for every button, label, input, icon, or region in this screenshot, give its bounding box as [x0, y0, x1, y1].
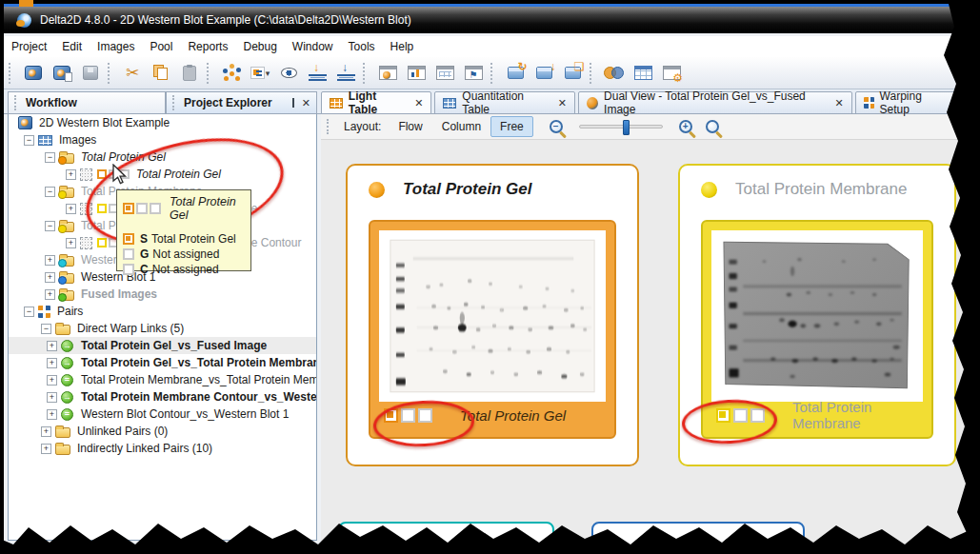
- menu-images[interactable]: Images: [90, 36, 142, 57]
- menu-window[interactable]: Window: [285, 36, 341, 57]
- export-images-icon[interactable]: ❏: [559, 60, 586, 86]
- tab-project-explorer[interactable]: Project Explorer ✕: [166, 91, 317, 114]
- toolbar-grip[interactable]: [207, 63, 214, 84]
- tree-item-label[interactable]: Total Protein Membrane Contour_vs_Wester…: [81, 390, 317, 404]
- zoom-in-icon[interactable]: +: [679, 120, 692, 133]
- tree-item-label[interactable]: Pairs: [57, 305, 83, 318]
- open-project-icon[interactable]: [49, 60, 75, 86]
- gel-panel-title: W: [386, 535, 399, 551]
- expander-icon[interactable]: [47, 409, 57, 420]
- expander-icon[interactable]: [41, 444, 51, 454]
- report-window-icon[interactable]: ⚑: [460, 60, 487, 86]
- expander-icon[interactable]: [66, 169, 76, 180]
- zoom-out-icon[interactable]: −: [550, 120, 563, 133]
- expander-icon[interactable]: [66, 204, 76, 214]
- tab-workflow[interactable]: Workflow: [8, 91, 166, 114]
- compare-images-icon[interactable]: [601, 60, 628, 86]
- expander-icon[interactable]: [41, 426, 51, 437]
- tooltip-header: Total Protein Gel: [123, 195, 245, 222]
- edit-spots-icon[interactable]: ▾: [247, 60, 273, 86]
- expander-icon[interactable]: [45, 255, 55, 266]
- menu-edit[interactable]: Edit: [54, 36, 90, 57]
- tree-item-label[interactable]: Images: [59, 133, 96, 147]
- expander-icon[interactable]: [24, 307, 34, 317]
- import-stack-icon[interactable]: ↓: [332, 60, 359, 86]
- toolbar-grip[interactable]: [9, 63, 16, 84]
- tree-item-label[interactable]: Fused Images: [81, 287, 157, 301]
- tree-item-label[interactable]: Total Protein Gel_vs_Fused Image: [81, 339, 267, 352]
- gel-image-total-protein-membrane[interactable]: [711, 230, 923, 402]
- main-toolbar: ✂ ▾ ↓ ↓ ⚑ ↻ ↓ ❏ ⚙: [4, 57, 971, 89]
- menu-reports[interactable]: Reports: [180, 36, 235, 57]
- menu-pool[interactable]: Pool: [142, 36, 180, 57]
- expander-icon[interactable]: [47, 375, 57, 386]
- tree-item-label[interactable]: Western Blot Contour_vs_Western Blot 1: [81, 407, 289, 421]
- tree-item-label[interactable]: Unlinked Pairs (0): [77, 425, 168, 438]
- expander-icon[interactable]: [45, 152, 55, 163]
- gel-panel-partial-blue[interactable]: [591, 522, 805, 554]
- light-table-tab-label: Light Table: [349, 89, 403, 116]
- collapse-panel-icon[interactable]: [285, 98, 296, 108]
- close-tab-icon[interactable]: ✕: [558, 97, 567, 109]
- save-project-icon[interactable]: [77, 60, 104, 86]
- expander-icon[interactable]: [45, 187, 55, 197]
- quantitation-table-icon[interactable]: [630, 60, 656, 86]
- tab-dual-view[interactable]: Dual View - Total Protein Gel_vs_Fused I…: [578, 91, 852, 114]
- zoom-slider[interactable]: [579, 125, 663, 129]
- expander-icon[interactable]: [24, 135, 34, 146]
- new-project-icon[interactable]: [20, 60, 47, 86]
- tab-warping-setup[interactable]: Warping Setup ✕: [855, 91, 977, 114]
- toolbar-grip[interactable]: [363, 63, 370, 84]
- table-window-icon[interactable]: [431, 60, 458, 86]
- proteome-tooltip: Total Protein Gel S Total Protein Gel G …: [116, 189, 251, 271]
- toolbar-grip[interactable]: [490, 63, 498, 84]
- copy-icon[interactable]: [148, 60, 174, 86]
- tab-light-table[interactable]: Light Table ✕: [321, 91, 431, 114]
- export-stack-icon[interactable]: ↓: [304, 60, 330, 86]
- layout-free-button[interactable]: Free: [490, 116, 533, 137]
- layout-flow-button[interactable]: Flow: [389, 116, 431, 137]
- expander-icon[interactable]: [41, 324, 51, 334]
- cut-icon[interactable]: ✂: [119, 60, 146, 86]
- close-panel-icon[interactable]: ✕: [302, 97, 310, 109]
- zoom-slider-handle[interactable]: [623, 120, 630, 135]
- tree-item-label[interactable]: Indirectly Linked Pairs (10): [77, 442, 212, 455]
- menu-help[interactable]: Help: [383, 36, 422, 57]
- expander-icon[interactable]: [47, 358, 57, 368]
- title-bar[interactable]: Delta2D 4.8.0 - 2D Western Blot Example …: [4, 4, 971, 33]
- layout-column-button[interactable]: Column: [432, 116, 490, 137]
- tree-item-label[interactable]: Direct Warp Links (5): [77, 322, 184, 335]
- delta2d-screenshot: Delta2D 4.8.0 - 2D Western Blot Example …: [0, 0, 980, 554]
- expander-icon[interactable]: [47, 392, 57, 403]
- tree-item-label[interactable]: Total Protein Membrane_vs_Total Protein …: [81, 373, 317, 386]
- close-tab-icon[interactable]: ✕: [834, 97, 843, 109]
- expander-icon[interactable]: [45, 221, 55, 231]
- expander-icon[interactable]: [45, 289, 55, 300]
- zoom-fit-icon[interactable]: [706, 120, 719, 133]
- toolbar-grip[interactable]: [590, 63, 597, 84]
- close-tab-icon[interactable]: ✕: [414, 97, 423, 109]
- expander-icon[interactable]: [66, 238, 76, 248]
- gel-image-icon: [80, 168, 92, 181]
- warping-setup-tab-label: Warping Setup: [880, 89, 949, 116]
- menu-project[interactable]: Project: [4, 36, 54, 57]
- toolbar-grip[interactable]: [108, 63, 115, 84]
- close-tab-icon[interactable]: ✕: [960, 97, 969, 109]
- expander-icon[interactable]: [47, 341, 57, 351]
- paste-icon[interactable]: [176, 60, 203, 86]
- sync-project-icon[interactable]: ↻: [502, 60, 529, 86]
- gel-image-total-protein-gel[interactable]: [379, 230, 606, 402]
- tree-item-label[interactable]: Total Protein Gel_vs_Total Protein Membr…: [81, 356, 317, 369]
- project-settings-icon[interactable]: ⚙: [658, 60, 685, 86]
- chart-window-icon[interactable]: [403, 60, 430, 86]
- menu-debug[interactable]: Debug: [235, 36, 284, 57]
- tree-item-label[interactable]: 2D Western Blot Example: [39, 116, 170, 129]
- expander-icon[interactable]: [45, 272, 55, 283]
- dual-view-window-icon[interactable]: [374, 60, 401, 86]
- import-images-icon[interactable]: ↓: [530, 60, 557, 86]
- detect-spots-icon[interactable]: [218, 60, 245, 86]
- tab-quantitation-table[interactable]: Quantitation Table ✕: [434, 91, 575, 114]
- gel-panel-partial-teal[interactable]: W: [338, 522, 554, 554]
- view-mode-icon[interactable]: [275, 60, 302, 86]
- menu-tools[interactable]: Tools: [341, 36, 383, 57]
